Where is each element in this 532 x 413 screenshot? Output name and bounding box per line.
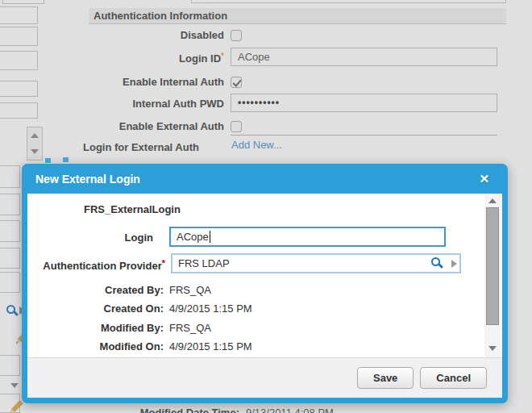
cancel-button[interactable]: Cancel (420, 367, 487, 389)
modified-on-label: Modified On: (27, 340, 164, 353)
scrollbar-thumb[interactable] (486, 207, 499, 325)
login-label: Login (27, 232, 153, 244)
close-icon[interactable]: ✕ (479, 172, 489, 186)
created-on-label: Created On: (27, 302, 164, 315)
screen: Authentication Information Disabled Logi… (0, 0, 532, 413)
modified-by-label: Modified By: (27, 322, 164, 334)
new-external-login-dialog: New External Login ✕ FRS_ExternalLogin L… (22, 164, 508, 403)
auth-provider-label-text: Authentication Provider (43, 260, 161, 272)
required-marker: * (162, 258, 165, 268)
chevron-right-icon[interactable] (451, 260, 457, 268)
auth-provider-value: FRS LDAP (178, 257, 230, 269)
created-on-value: 4/9/2015 1:15 PM (169, 302, 252, 315)
record-title: FRS_ExternalLogin (84, 203, 181, 215)
dialog-title: New External Login (35, 173, 479, 186)
auth-provider-lookup[interactable]: FRS LDAP (171, 253, 461, 273)
scroll-up-icon[interactable] (488, 198, 497, 203)
resize-grip (45, 158, 51, 163)
modified-by-value: FRS_QA (169, 322, 211, 334)
dialog-header[interactable]: New External Login ✕ (27, 164, 502, 194)
text-caret (210, 231, 210, 243)
dialog-body: FRS_ExternalLogin Login ACope Authentica… (27, 194, 502, 357)
modified-on-value: 4/9/2015 1:15 PM (169, 340, 252, 353)
login-input[interactable]: ACope (169, 227, 446, 247)
dialog-footer: Save Cancel (27, 357, 502, 398)
resize-grip (63, 157, 69, 162)
created-by-label: Created By: (27, 284, 164, 296)
auth-provider-label: Authentication Provider* (27, 258, 165, 272)
scroll-down-icon[interactable] (488, 346, 497, 351)
scrollbar[interactable] (484, 194, 501, 357)
search-icon[interactable] (431, 257, 440, 266)
save-button[interactable]: Save (357, 367, 414, 389)
login-input-value: ACope (177, 231, 209, 243)
created-by-value: FRS_QA (169, 284, 211, 296)
